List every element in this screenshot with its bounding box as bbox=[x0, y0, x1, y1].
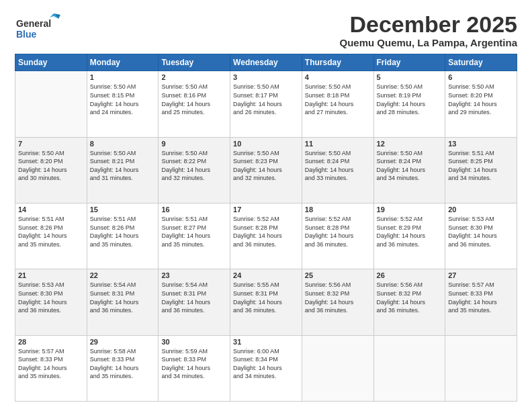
day-number: 22 bbox=[90, 271, 156, 279]
col-thursday: Thursday bbox=[302, 54, 373, 71]
day-number: 1 bbox=[90, 73, 156, 81]
day-number: 10 bbox=[233, 140, 299, 148]
calendar-cell: 28Sunrise: 5:57 AM Sunset: 8:33 PM Dayli… bbox=[15, 335, 87, 401]
day-number: 28 bbox=[18, 338, 84, 346]
cell-content: Sunrise: 5:54 AM Sunset: 8:31 PM Dayligh… bbox=[90, 281, 156, 314]
calendar-cell bbox=[15, 71, 87, 137]
calendar-cell: 27Sunrise: 5:57 AM Sunset: 8:33 PM Dayli… bbox=[445, 269, 517, 335]
calendar-cell bbox=[373, 335, 445, 401]
calendar-week-row: 21Sunrise: 5:53 AM Sunset: 8:30 PM Dayli… bbox=[15, 269, 517, 335]
day-number: 12 bbox=[377, 140, 443, 148]
day-number: 8 bbox=[90, 140, 156, 148]
cell-content: Sunrise: 5:59 AM Sunset: 8:33 PM Dayligh… bbox=[161, 347, 227, 381]
calendar-cell: 29Sunrise: 5:58 AM Sunset: 8:33 PM Dayli… bbox=[87, 335, 159, 401]
logo-svg: General Blue bbox=[15, 12, 69, 46]
cell-content: Sunrise: 5:50 AM Sunset: 8:24 PM Dayligh… bbox=[305, 149, 371, 183]
calendar-cell: 15Sunrise: 5:51 AM Sunset: 8:26 PM Dayli… bbox=[87, 203, 159, 269]
day-number: 9 bbox=[161, 140, 227, 148]
col-tuesday: Tuesday bbox=[159, 54, 230, 71]
day-number: 27 bbox=[448, 271, 514, 279]
calendar-cell: 22Sunrise: 5:54 AM Sunset: 8:31 PM Dayli… bbox=[87, 269, 159, 335]
calendar-cell: 13Sunrise: 5:51 AM Sunset: 8:25 PM Dayli… bbox=[445, 137, 517, 203]
calendar-cell: 12Sunrise: 5:50 AM Sunset: 8:24 PM Dayli… bbox=[373, 137, 445, 203]
col-friday: Friday bbox=[373, 54, 445, 71]
calendar-cell: 17Sunrise: 5:52 AM Sunset: 8:28 PM Dayli… bbox=[230, 203, 302, 269]
calendar-cell: 25Sunrise: 5:56 AM Sunset: 8:32 PM Dayli… bbox=[302, 269, 373, 335]
header: General Blue December 2025 Quemu Quemu, … bbox=[15, 12, 517, 48]
title-block: December 2025 Quemu Quemu, La Pampa, Arg… bbox=[340, 12, 518, 48]
day-number: 11 bbox=[305, 140, 371, 148]
cell-content: Sunrise: 5:50 AM Sunset: 8:19 PM Dayligh… bbox=[377, 83, 443, 116]
day-number: 3 bbox=[233, 73, 299, 81]
cell-content: Sunrise: 5:51 AM Sunset: 8:26 PM Dayligh… bbox=[18, 215, 84, 248]
day-number: 19 bbox=[377, 205, 443, 214]
calendar-cell: 5Sunrise: 5:50 AM Sunset: 8:19 PM Daylig… bbox=[373, 71, 445, 137]
col-wednesday: Wednesday bbox=[230, 54, 302, 71]
day-number: 16 bbox=[161, 205, 227, 214]
calendar-cell: 3Sunrise: 5:50 AM Sunset: 8:17 PM Daylig… bbox=[230, 71, 302, 137]
cell-content: Sunrise: 5:51 AM Sunset: 8:27 PM Dayligh… bbox=[161, 215, 227, 248]
cell-content: Sunrise: 5:53 AM Sunset: 8:30 PM Dayligh… bbox=[448, 215, 514, 248]
calendar-cell: 24Sunrise: 5:55 AM Sunset: 8:31 PM Dayli… bbox=[230, 269, 302, 335]
month-title: December 2025 bbox=[340, 12, 518, 37]
day-number: 2 bbox=[161, 73, 227, 81]
cell-content: Sunrise: 6:00 AM Sunset: 8:34 PM Dayligh… bbox=[233, 347, 299, 381]
cell-content: Sunrise: 5:52 AM Sunset: 8:28 PM Dayligh… bbox=[305, 215, 371, 248]
day-number: 18 bbox=[305, 205, 371, 214]
cell-content: Sunrise: 5:57 AM Sunset: 8:33 PM Dayligh… bbox=[448, 281, 514, 314]
cell-content: Sunrise: 5:56 AM Sunset: 8:32 PM Dayligh… bbox=[377, 281, 443, 314]
calendar-cell: 18Sunrise: 5:52 AM Sunset: 8:28 PM Dayli… bbox=[302, 203, 373, 269]
day-number: 14 bbox=[18, 205, 84, 214]
calendar-cell bbox=[445, 335, 517, 401]
cell-content: Sunrise: 5:50 AM Sunset: 8:21 PM Dayligh… bbox=[90, 149, 156, 183]
cell-content: Sunrise: 5:58 AM Sunset: 8:33 PM Dayligh… bbox=[90, 347, 156, 381]
calendar-cell: 6Sunrise: 5:50 AM Sunset: 8:20 PM Daylig… bbox=[445, 71, 517, 137]
calendar-week-row: 1Sunrise: 5:50 AM Sunset: 8:15 PM Daylig… bbox=[15, 71, 517, 137]
cell-content: Sunrise: 5:50 AM Sunset: 8:22 PM Dayligh… bbox=[161, 149, 227, 183]
cell-content: Sunrise: 5:50 AM Sunset: 8:24 PM Dayligh… bbox=[377, 149, 443, 183]
page: General Blue December 2025 Quemu Quemu, … bbox=[0, 0, 532, 411]
col-monday: Monday bbox=[87, 54, 159, 71]
day-number: 20 bbox=[448, 205, 514, 214]
calendar-header-row: Sunday Monday Tuesday Wednesday Thursday… bbox=[15, 54, 517, 71]
calendar-cell: 2Sunrise: 5:50 AM Sunset: 8:16 PM Daylig… bbox=[159, 71, 230, 137]
cell-content: Sunrise: 5:53 AM Sunset: 8:30 PM Dayligh… bbox=[18, 281, 84, 314]
calendar-cell: 21Sunrise: 5:53 AM Sunset: 8:30 PM Dayli… bbox=[15, 269, 87, 335]
day-number: 24 bbox=[233, 271, 299, 279]
calendar-cell: 20Sunrise: 5:53 AM Sunset: 8:30 PM Dayli… bbox=[445, 203, 517, 269]
calendar-cell bbox=[302, 335, 373, 401]
location-title: Quemu Quemu, La Pampa, Argentina bbox=[340, 37, 518, 48]
day-number: 7 bbox=[18, 140, 84, 148]
day-number: 15 bbox=[90, 205, 156, 214]
calendar-cell: 16Sunrise: 5:51 AM Sunset: 8:27 PM Dayli… bbox=[159, 203, 230, 269]
cell-content: Sunrise: 5:50 AM Sunset: 8:20 PM Dayligh… bbox=[448, 83, 514, 116]
day-number: 21 bbox=[18, 271, 84, 279]
cell-content: Sunrise: 5:54 AM Sunset: 8:31 PM Dayligh… bbox=[161, 281, 227, 314]
day-number: 30 bbox=[161, 338, 227, 346]
calendar-cell: 11Sunrise: 5:50 AM Sunset: 8:24 PM Dayli… bbox=[302, 137, 373, 203]
calendar-cell: 4Sunrise: 5:50 AM Sunset: 8:18 PM Daylig… bbox=[302, 71, 373, 137]
calendar-cell: 1Sunrise: 5:50 AM Sunset: 8:15 PM Daylig… bbox=[87, 71, 159, 137]
cell-content: Sunrise: 5:57 AM Sunset: 8:33 PM Dayligh… bbox=[18, 347, 84, 381]
col-sunday: Sunday bbox=[15, 54, 87, 71]
calendar-week-row: 7Sunrise: 5:50 AM Sunset: 8:20 PM Daylig… bbox=[15, 137, 517, 203]
col-saturday: Saturday bbox=[445, 54, 517, 71]
day-number: 29 bbox=[90, 338, 156, 346]
day-number: 17 bbox=[233, 205, 299, 214]
day-number: 26 bbox=[377, 271, 443, 279]
day-number: 13 bbox=[448, 140, 514, 148]
day-number: 6 bbox=[448, 73, 514, 81]
cell-content: Sunrise: 5:50 AM Sunset: 8:23 PM Dayligh… bbox=[233, 149, 299, 183]
cell-content: Sunrise: 5:50 AM Sunset: 8:17 PM Dayligh… bbox=[233, 83, 299, 116]
calendar-cell: 23Sunrise: 5:54 AM Sunset: 8:31 PM Dayli… bbox=[159, 269, 230, 335]
cell-content: Sunrise: 5:56 AM Sunset: 8:32 PM Dayligh… bbox=[305, 281, 371, 314]
day-number: 5 bbox=[377, 73, 443, 81]
cell-content: Sunrise: 5:50 AM Sunset: 8:20 PM Dayligh… bbox=[18, 149, 84, 183]
svg-text:Blue: Blue bbox=[16, 29, 37, 40]
calendar-cell: 26Sunrise: 5:56 AM Sunset: 8:32 PM Dayli… bbox=[373, 269, 445, 335]
day-number: 23 bbox=[161, 271, 227, 279]
calendar-week-row: 14Sunrise: 5:51 AM Sunset: 8:26 PM Dayli… bbox=[15, 203, 517, 269]
svg-text:General: General bbox=[16, 18, 51, 29]
calendar-cell: 10Sunrise: 5:50 AM Sunset: 8:23 PM Dayli… bbox=[230, 137, 302, 203]
cell-content: Sunrise: 5:51 AM Sunset: 8:25 PM Dayligh… bbox=[448, 149, 514, 183]
